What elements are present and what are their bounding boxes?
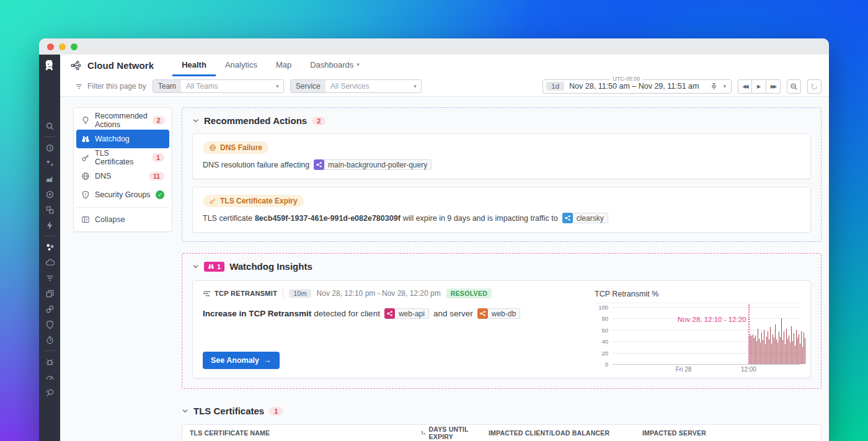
refresh-button[interactable] <box>807 79 822 94</box>
nav-tabs: Health Analytics Map Dashboards▾ <box>172 55 369 76</box>
column-header-client-lb[interactable]: IMPACTED CLIENT/LOAD BALANCER <box>481 429 635 437</box>
close-window-button[interactable] <box>47 43 54 50</box>
bar <box>759 339 760 364</box>
infrastructure-icon[interactable] <box>45 205 55 215</box>
datadog-logo-icon[interactable] <box>43 59 56 73</box>
chevron-down-icon: ▾ <box>414 83 417 89</box>
pin-icon[interactable] <box>710 82 718 91</box>
column-header-expiry[interactable]: DAYS UNTIL EXPIRY <box>413 425 481 440</box>
app-window: Cloud Network Health Analytics Map Dashb… <box>39 38 829 441</box>
bar <box>774 337 774 364</box>
binoculars-icon <box>81 135 90 143</box>
macos-titlebar <box>39 38 829 55</box>
recommended-action-card-dns[interactable]: DNS Failure DNS resolution failure affec… <box>192 133 811 179</box>
chevron-down-icon[interactable] <box>182 408 188 414</box>
sparkles-icon[interactable] <box>45 158 55 168</box>
service-filter-select[interactable]: Service All Services ▾ <box>290 79 422 93</box>
security-shield-icon[interactable] <box>45 319 55 329</box>
tab-health[interactable]: Health <box>172 55 216 76</box>
collapse-nav-button[interactable]: Collapse <box>76 210 169 229</box>
bar <box>756 341 757 364</box>
y-tick-label: 40 <box>601 338 608 345</box>
shield-icon <box>81 190 90 199</box>
card-description: TLS certificate 8ecb459f-1937-461e-991d-… <box>203 213 800 223</box>
search-icon[interactable] <box>45 121 55 131</box>
section-header[interactable]: 1 Watchdog Insights <box>192 261 811 272</box>
anomaly-marker-line <box>748 305 750 364</box>
chevron-down-icon[interactable] <box>192 117 199 124</box>
bar <box>785 344 786 364</box>
apm-icon[interactable] <box>45 189 55 199</box>
collapse-label: Collapse <box>95 215 125 224</box>
time-preset-chip[interactable]: 1d <box>546 82 564 91</box>
chevron-down-icon[interactable]: ▾ <box>723 83 726 89</box>
tab-analytics[interactable]: Analytics <box>216 55 267 76</box>
y-tick-label: 80 <box>601 315 608 322</box>
timezone-label: UTC-05:00 <box>610 76 642 82</box>
count-badge: 1 <box>152 153 164 162</box>
nav-item-security-groups[interactable]: Security Groups ✓ <box>76 185 169 204</box>
column-header-server[interactable]: IMPACTED SERVER <box>635 429 799 437</box>
service-chip[interactable]: clearsky <box>562 213 608 223</box>
bar <box>796 330 797 364</box>
service-icon <box>477 308 488 319</box>
column-header-name[interactable]: TLS CERTIFICATE NAME <box>182 429 413 437</box>
team-filter-select[interactable]: Team All Teams ▾ <box>153 79 284 93</box>
bar <box>782 340 783 364</box>
section-header[interactable]: TLS Certificates 1 <box>182 406 822 416</box>
globe-icon <box>81 172 90 180</box>
connections-icon[interactable] <box>45 304 55 314</box>
bar <box>795 345 795 364</box>
network-icon[interactable] <box>45 242 55 252</box>
profiling-icon[interactable] <box>45 388 55 398</box>
bar <box>768 331 768 364</box>
processes-icon[interactable] <box>45 288 55 298</box>
watchdog-count-badge: 1 <box>204 262 224 272</box>
health-left-nav: Recommended Actions 2 Watchdog TLS Certi… <box>73 107 172 232</box>
bar <box>770 327 771 364</box>
service-chip-label: clearsky <box>573 213 608 223</box>
zoom-out-button[interactable] <box>787 79 801 94</box>
insight-time-range: Nov 28, 12:10 pm - Nov 28, 12:20 pm <box>317 289 441 298</box>
log-pipelines-icon[interactable] <box>45 273 55 283</box>
time-range-picker[interactable]: UTC-05:00 1d Nov 28, 11:50 am – Nov 29, … <box>542 79 732 94</box>
bar <box>758 329 758 364</box>
global-sidebar <box>39 55 60 441</box>
bar <box>751 336 752 364</box>
maximize-window-button[interactable] <box>71 43 78 50</box>
nav-item-dns[interactable]: DNS 11 <box>76 167 169 185</box>
history-icon[interactable] <box>45 143 55 153</box>
synthetics-icon[interactable] <box>45 335 55 345</box>
tab-map[interactable]: Map <box>267 55 301 76</box>
insight-headline: Increase in TCP Retransmit detected for … <box>203 308 595 319</box>
performance-gauge-icon[interactable] <box>45 372 55 382</box>
section-header[interactable]: Recommended Actions 2 <box>192 115 811 126</box>
nav-item-recommended-actions[interactable]: Recommended Actions 2 <box>76 111 169 130</box>
time-play-button[interactable]: ▶ <box>752 79 766 94</box>
nav-item-watchdog[interactable]: Watchdog <box>76 130 169 148</box>
server-service-chip[interactable]: web-db <box>477 308 520 319</box>
see-anomaly-button[interactable]: See Anomaly → <box>203 352 280 369</box>
cloud-icon[interactable] <box>45 257 55 267</box>
events-icon[interactable] <box>45 220 55 230</box>
status-ok-icon: ✓ <box>156 190 164 199</box>
metrics-icon[interactable] <box>45 174 55 184</box>
nav-item-label: DNS <box>95 172 111 180</box>
chevron-down-icon[interactable] <box>192 263 199 270</box>
tab-dashboards[interactable]: Dashboards▾ <box>301 55 369 76</box>
bar <box>766 337 767 364</box>
tcp-retransmit-chart[interactable]: TCP Retransmit % 020406080100 Nov 28, 12… <box>595 288 800 369</box>
time-backward-button[interactable]: ◀◀ <box>738 79 752 94</box>
recommended-action-card-tls[interactable]: TLS Certificate Expiry TLS certificate 8… <box>192 187 811 233</box>
client-service-chip[interactable]: web-api <box>384 308 429 319</box>
bar <box>761 332 762 364</box>
service-chip[interactable]: main-background-poller-query <box>314 159 432 170</box>
time-forward-button[interactable]: ▶▶ <box>766 79 781 94</box>
minimize-window-button[interactable] <box>59 43 66 50</box>
bug-errors-icon[interactable] <box>45 357 55 367</box>
key-icon <box>209 197 216 205</box>
y-tick-label: 20 <box>601 350 608 357</box>
time-range-value: Nov 28, 11:50 am – Nov 29, 11:51 am <box>569 82 699 91</box>
nav-item-tls-certificates[interactable]: TLS Certificates 1 <box>76 148 169 167</box>
watchdog-insight-card[interactable]: TCP RETRANSMIT 10m Nov 28, 12:10 pm - No… <box>192 280 811 378</box>
